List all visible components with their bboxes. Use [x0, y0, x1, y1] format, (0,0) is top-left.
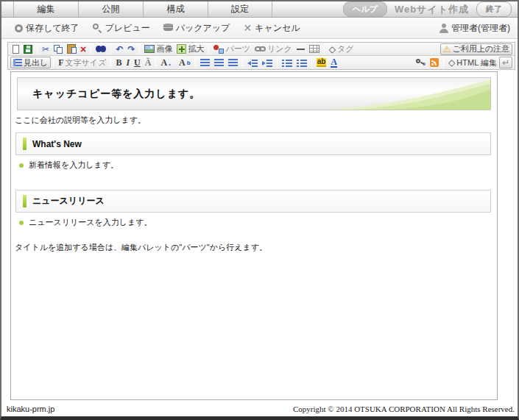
save-exit-label: 保存して終了 [26, 22, 80, 35]
find-button[interactable] [93, 43, 108, 55]
horizontal-rule-button[interactable] [294, 43, 307, 55]
tag-diamond-icon: ◇ [329, 44, 336, 54]
warning-triangle-icon: ⚠ [443, 45, 451, 54]
section-header-whats-new[interactable]: What's New [15, 132, 491, 155]
zoom-plus-icon [177, 44, 186, 54]
toolbar-row-1: ✂ × ↶ ↷ 画像 拡大 パーツ [8, 43, 515, 56]
save-exit-button[interactable]: 保存して終了 [15, 22, 80, 35]
highlight-button[interactable]: ab [314, 57, 329, 68]
table-icon [309, 45, 319, 53]
help-button[interactable]: ヘルプ [343, 1, 387, 17]
banner-catch-copy: キャッチコピー等を入力します。 [18, 88, 200, 101]
font-color-button[interactable]: A [328, 57, 339, 68]
rss-icon [430, 58, 439, 67]
cancel-button[interactable]: ✕ キャンセル [243, 22, 300, 35]
menu-tabs: 編集 公開 構成 設定 [13, 1, 272, 17]
list-item-whats-new[interactable]: 新着情報を入力します。 [19, 160, 119, 171]
paste-button[interactable] [65, 43, 78, 55]
unordered-list-button[interactable] [294, 57, 309, 68]
heading-lines-icon [13, 59, 22, 66]
font-size-f-icon: F [58, 57, 63, 68]
menu-tab-settings[interactable]: 設定 [208, 1, 272, 17]
subscript-a-icon: A [160, 57, 167, 68]
text-decoration-button[interactable]: Ä [143, 57, 154, 68]
link-chain-icon [255, 46, 266, 52]
new-document-button[interactable] [10, 43, 21, 55]
list-item-news-release[interactable]: ニュースリリースを入力します。 [19, 217, 152, 228]
save-button[interactable] [21, 43, 35, 55]
key-icon: o [416, 59, 426, 66]
ordered-list-button[interactable] [280, 57, 294, 68]
section-header-news-release[interactable]: ニュースリリース [15, 190, 491, 213]
bold-icon: B [116, 57, 121, 68]
save-icon [24, 45, 32, 54]
html-diamond-icon: ◇ [448, 57, 455, 68]
menu-tab-publish[interactable]: 公開 [78, 1, 143, 17]
copy-icon [54, 45, 63, 54]
backup-button[interactable]: バックアップ [163, 22, 230, 35]
backup-label: バックアップ [176, 22, 230, 35]
image-icon [144, 45, 155, 53]
subscript-button[interactable]: A。 [158, 57, 177, 68]
green-bar-icon [23, 195, 27, 207]
tag-button[interactable]: ◇ タグ [327, 43, 356, 55]
add-title-note-text[interactable]: タイトルを追加する場合は、編集パレットの"パーツ"から行えます。 [15, 242, 267, 253]
zoom-button[interactable]: 拡大 [174, 43, 206, 55]
italic-button[interactable]: I [124, 57, 132, 68]
indent-button[interactable] [260, 57, 275, 68]
underline-button[interactable]: U [132, 57, 143, 68]
tag-label: タグ [337, 43, 354, 54]
website-create-label: Webサイト作成 [395, 3, 469, 16]
find-binoculars-icon [96, 46, 106, 53]
heading-button[interactable]: 見出し [10, 57, 51, 68]
editor-toolbar: ✂ × ↶ ↷ 画像 拡大 パーツ [7, 42, 515, 70]
font-size-button[interactable]: F 文字サイズ [56, 57, 108, 68]
outdent-button[interactable] [245, 57, 260, 68]
menubar-right: ヘルプ Webサイト作成 終了 [343, 1, 518, 17]
usage-notice-label: ご利用上の注意 [452, 43, 509, 54]
copyright-label: Copyright © 2014 OTSUKA CORPORATION All … [293, 405, 515, 413]
edit-canvas[interactable]: キャッチコピー等を入力します。 ここに会社の説明等を入力します。 What's … [10, 71, 498, 400]
align-center-button[interactable] [212, 57, 226, 68]
company-description-text[interactable]: ここに会社の説明等を入力します。 [15, 115, 146, 126]
font-color-icon: A [331, 57, 337, 68]
horizontal-rule-icon [297, 49, 305, 50]
link-button[interactable]: リンク [253, 43, 294, 55]
new-document-icon [13, 45, 19, 54]
rss-button[interactable] [428, 57, 441, 68]
html-edit-button[interactable]: ◇ HTML 編集 [446, 57, 499, 68]
delete-button[interactable]: × [78, 43, 88, 55]
cancel-label: キャンセル [255, 22, 300, 35]
exit-button[interactable]: 終了 [476, 1, 512, 17]
redo-icon: ↷ [127, 44, 135, 54]
bold-button[interactable]: B [113, 57, 124, 68]
undo-button[interactable]: ↶ [113, 43, 125, 55]
header-banner[interactable]: キャッチコピー等を入力します。 [17, 77, 491, 110]
align-left-button[interactable] [198, 57, 212, 68]
indent-icon [262, 59, 272, 67]
list-item-text: 新着情報を入力します。 [29, 160, 119, 171]
usage-notice-button[interactable]: ⚠ ご利用上の注意 [440, 43, 512, 55]
insert-image-button[interactable]: 画像 [142, 43, 174, 55]
align-left-icon [200, 59, 210, 67]
text-decoration-icon: Ä [145, 57, 152, 68]
access-key-button[interactable]: o [414, 57, 428, 68]
redo-button[interactable]: ↷ [125, 43, 137, 55]
menu-tab-structure[interactable]: 構成 [143, 1, 208, 17]
preview-button[interactable]: プレビュー [93, 22, 150, 35]
cut-button[interactable]: ✂ [40, 43, 52, 55]
collapse-toolbar-button[interactable]: ↵ [499, 57, 512, 68]
cut-scissors-icon: ✂ [42, 44, 49, 54]
superscript-button[interactable]: Ab [177, 57, 193, 68]
save-circle-icon [15, 24, 23, 32]
copy-button[interactable] [52, 43, 65, 55]
bullet-dot-icon [19, 221, 24, 225]
toolbar-row-2: 見出し F 文字サイズ B I U Ä A。 Ab [8, 56, 515, 69]
align-right-button[interactable] [226, 57, 240, 68]
parts-button[interactable]: パーツ [211, 43, 253, 55]
parts-shapes-icon [213, 45, 224, 54]
table-button[interactable] [307, 43, 322, 55]
preview-label: プレビュー [105, 22, 150, 35]
top-menu-bar: 編集 公開 構成 設定 ヘルプ Webサイト作成 終了 [1, 1, 518, 18]
menu-tab-edit[interactable]: 編集 [13, 1, 78, 17]
